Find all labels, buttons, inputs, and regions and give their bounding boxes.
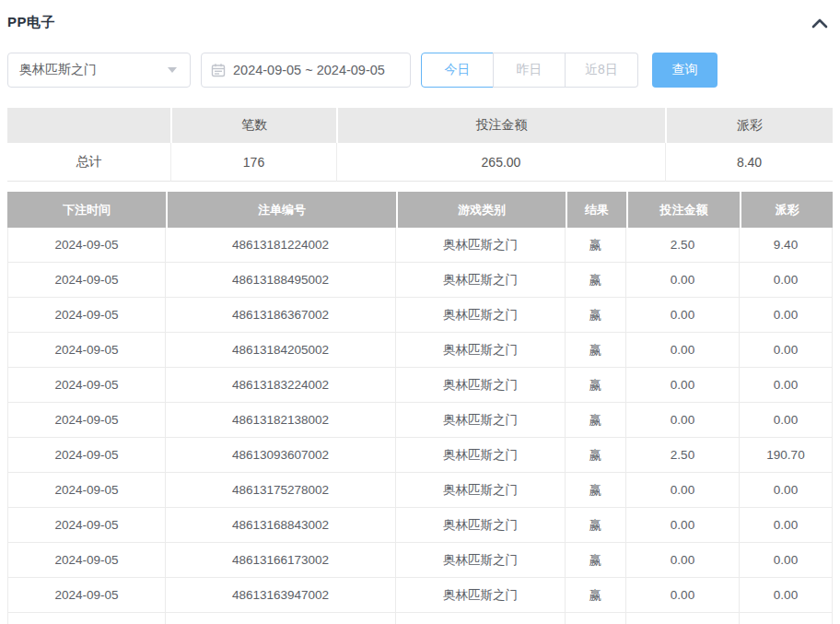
- cell-payout: 0.00: [740, 368, 833, 403]
- cell-bet-time: 2024-09-05: [7, 508, 166, 543]
- cell-game-type: 奥林匹斯之门: [396, 298, 566, 333]
- table-row: 2024-09-0548613188495002奥林匹斯之门赢0.000.00: [7, 263, 833, 298]
- cell-order-no: 48613182138002: [166, 403, 396, 438]
- page-title: PP电子: [7, 14, 55, 31]
- table-row: 2024-09-0548613175278002奥林匹斯之门赢0.000.00: [7, 473, 833, 508]
- cell-bet-time: [7, 613, 166, 624]
- summary-total-bet-amount: 265.00: [336, 143, 665, 182]
- cell-result: 赢: [566, 263, 626, 298]
- cell-payout: 0.00: [740, 403, 833, 438]
- col-header-bet-time: 下注时间: [7, 192, 166, 228]
- cell-result: 赢: [566, 403, 626, 438]
- date-range-value: 2024-09-05 ~ 2024-09-05: [233, 63, 385, 77]
- cell-order-no: 48613188495002: [166, 263, 396, 298]
- cell-order-no: [166, 613, 396, 624]
- cell-order-no: 48613183224002: [166, 368, 396, 403]
- cell-bet-time: 2024-09-05: [7, 438, 166, 473]
- cell-payout: 0.00: [740, 263, 833, 298]
- cell-bet-time: 2024-09-05: [7, 228, 166, 263]
- cell-bet-amount: 2.50: [626, 438, 740, 473]
- table-row: 2024-09-0548613168843002奥林匹斯之门赢0.000.00: [7, 508, 833, 543]
- col-header-game-type: 游戏类别: [396, 192, 566, 228]
- filter-bar: 奥林匹斯之门 2024-09-05 ~ 2024-09-05 今日 昨日 近8日: [7, 53, 833, 88]
- cell-bet-amount: 0.00: [626, 508, 740, 543]
- col-header-order-no: 注单编号: [166, 192, 396, 228]
- cell-payout: 0.00: [740, 508, 833, 543]
- cell-order-no: 48613168843002: [166, 508, 396, 543]
- panel-header: PP电子: [7, 0, 833, 33]
- cell-bet-time: 2024-09-05: [7, 263, 166, 298]
- cell-game-type: [396, 613, 566, 624]
- cell-result: 赢: [566, 368, 626, 403]
- cell-bet-time: 2024-09-05: [7, 333, 166, 368]
- cell-bet-time: 2024-09-05: [7, 298, 166, 333]
- cell-bet-time: 2024-09-05: [7, 473, 166, 508]
- table-row: 2024-09-0548613182138002奥林匹斯之门赢0.000.00: [7, 403, 833, 438]
- table-row: 2024-09-0548613183224002奥林匹斯之门赢0.000.00: [7, 368, 833, 403]
- search-button[interactable]: 查询: [652, 53, 718, 88]
- cell-bet-amount: 0.00: [626, 298, 740, 333]
- today-button[interactable]: 今日: [421, 53, 494, 88]
- table-row: 2024-09-0548613186367002奥林匹斯之门赢0.000.00: [7, 298, 833, 333]
- summary-header-bet-amount: 投注金额: [336, 108, 665, 143]
- cell-game-type: 奥林匹斯之门: [396, 263, 566, 298]
- cell-bet-amount: [626, 613, 740, 624]
- cell-result: 赢: [566, 228, 626, 263]
- game-select[interactable]: 奥林匹斯之门: [7, 53, 191, 88]
- summary-header-blank: [7, 108, 170, 143]
- cell-game-type: 奥林匹斯之门: [396, 438, 566, 473]
- cell-payout: [740, 613, 833, 624]
- cell-payout: 0.00: [740, 473, 833, 508]
- cell-result: 赢: [566, 333, 626, 368]
- cell-bet-amount: 0.00: [626, 543, 740, 578]
- table-row: 2024-09-0548613184205002奥林匹斯之门赢0.000.00: [7, 333, 833, 368]
- cell-game-type: 奥林匹斯之门: [396, 228, 566, 263]
- cell-order-no: 48613166173002: [166, 543, 396, 578]
- summary-total-row: 总计 176 265.00 8.40: [7, 143, 833, 182]
- summary-total-count: 176: [170, 143, 336, 182]
- table-row: 2024-09-0548613093607002奥林匹斯之门赢2.50190.7…: [7, 438, 833, 473]
- col-header-payout: 派彩: [740, 192, 833, 228]
- cell-order-no: 48613186367002: [166, 298, 396, 333]
- yesterday-button[interactable]: 昨日: [493, 53, 566, 88]
- cell-bet-time: 2024-09-05: [7, 403, 166, 438]
- cell-payout: 0.00: [740, 578, 833, 613]
- date-range-picker[interactable]: 2024-09-05 ~ 2024-09-05: [201, 53, 411, 88]
- cell-result: 赢: [566, 438, 626, 473]
- cell-payout: 0.00: [740, 333, 833, 368]
- cell-game-type: 奥林匹斯之门: [396, 578, 566, 613]
- col-header-result: 结果: [566, 192, 626, 228]
- calendar-icon: [211, 63, 226, 77]
- quick-date-buttons: 今日 昨日 近8日: [421, 53, 638, 88]
- cell-game-type: 奥林匹斯之门: [396, 543, 566, 578]
- cell-game-type: 奥林匹斯之门: [396, 333, 566, 368]
- summary-header-payout: 派彩: [665, 108, 833, 143]
- bet-records-table: 下注时间 注单编号 游戏类别 结果 投注金额 派彩 2024-09-054861…: [7, 192, 833, 624]
- cell-payout: 0.00: [740, 543, 833, 578]
- chevron-down-icon: [168, 67, 177, 73]
- table-row-partial: [7, 613, 833, 624]
- cell-bet-amount: 2.50: [626, 228, 740, 263]
- cell-order-no: 48613184205002: [166, 333, 396, 368]
- table-row: 2024-09-0548613166173002奥林匹斯之门赢0.000.00: [7, 543, 833, 578]
- records-header-row: 下注时间 注单编号 游戏类别 结果 投注金额 派彩: [7, 192, 833, 228]
- cell-order-no: 48613175278002: [166, 473, 396, 508]
- cell-bet-amount: 0.00: [626, 368, 740, 403]
- last-8-days-button[interactable]: 近8日: [566, 53, 638, 88]
- cell-order-no: 48613163947002: [166, 578, 396, 613]
- cell-game-type: 奥林匹斯之门: [396, 368, 566, 403]
- collapse-button[interactable]: [809, 14, 831, 32]
- cell-bet-time: 2024-09-05: [7, 543, 166, 578]
- summary-header-count: 笔数: [170, 108, 336, 143]
- cell-result: [566, 613, 626, 624]
- cell-order-no: 48613181224002: [166, 228, 396, 263]
- cell-bet-amount: 0.00: [626, 473, 740, 508]
- summary-table: 笔数 投注金额 派彩 总计 176 265.00 8.40: [7, 108, 833, 182]
- table-row: 2024-09-0548613163947002奥林匹斯之门赢0.000.00: [7, 578, 833, 613]
- cell-result: 赢: [566, 473, 626, 508]
- cell-payout: 9.40: [740, 228, 833, 263]
- cell-bet-amount: 0.00: [626, 403, 740, 438]
- cell-order-no: 48613093607002: [166, 438, 396, 473]
- cell-payout: 0.00: [740, 298, 833, 333]
- pp-electronic-panel: PP电子 奥林匹斯之门 2024-09-05 ~ 20: [0, 0, 840, 624]
